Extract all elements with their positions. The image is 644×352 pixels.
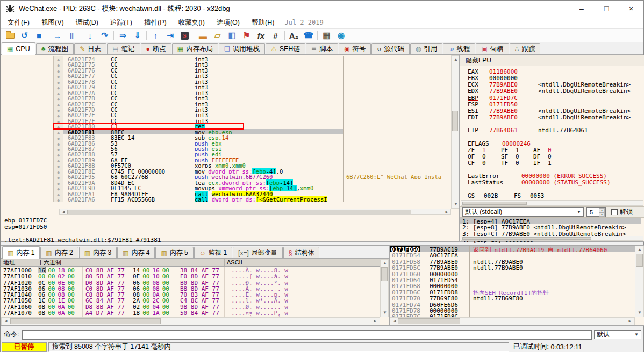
- menu-item[interactable]: 收藏夹(I): [173, 18, 211, 27]
- tab-breakpoints[interactable]: ●断点: [141, 43, 171, 54]
- tab-source[interactable]: ‹›源代码: [371, 43, 410, 54]
- stack-row[interactable]: 0171FD6000000000: [390, 271, 635, 277]
- disassembly-row[interactable]: ●6AD21F79CCint3: [1, 84, 451, 89]
- disassembly-row[interactable]: ●6AD21F8EC745 FC 00000000mov dword ptr s…: [1, 168, 451, 174]
- stack-row[interactable]: 0171FD7C0171FD8C: [390, 313, 635, 317]
- close-button[interactable]: ×: [619, 1, 643, 17]
- tab-dump4[interactable]: ▥内存 4: [117, 247, 155, 258]
- menu-item[interactable]: 调试(D): [70, 18, 104, 27]
- tab-watch1[interactable]: ☺监视 1: [194, 247, 232, 258]
- unlock-checkbox[interactable]: [611, 209, 618, 215]
- memory-row[interactable]: 77AF103006000800C0 8D AF 7706000800B8 8D…: [1, 285, 380, 291]
- scrollbar-thumb[interactable]: [636, 254, 643, 267]
- tab-memory-map[interactable]: ▦内存布局: [172, 43, 218, 54]
- argument-row[interactable]: 1: [esp+4] A0C17EEA: [460, 218, 641, 224]
- disassembly-row[interactable]: ●6AD21FA1E8 9A04D1FFcall wechatwin.6AA32…: [1, 191, 451, 196]
- scroll-up-arrow-icon[interactable]: ▲: [638, 248, 642, 252]
- tab-log[interactable]: ✎日志: [74, 43, 106, 54]
- memory-row[interactable]: 77AF106008000A00D8 8B AF 770200040098 8D…: [1, 304, 380, 310]
- assemble-button[interactable]: A₂: [287, 30, 301, 41]
- tab-threads[interactable]: ↠线程: [443, 43, 475, 54]
- disassembly-row[interactable]: ●6AD21F76CCint3: [1, 67, 451, 73]
- scroll-left-arrow-icon[interactable]: ◄: [61, 210, 66, 214]
- tab-trace[interactable]: ∴跟踪: [510, 43, 541, 54]
- run-to-user-code-button[interactable]: ⇓: [130, 30, 145, 41]
- tab-notes[interactable]: ▤笔记: [107, 43, 140, 54]
- disassembly-row[interactable]: ●6AD21F9568 60C2776Bpush wechatwin.6B77C…: [1, 174, 451, 179]
- tab-dump3[interactable]: ▥内存 3: [79, 247, 117, 258]
- scrollbar-thumb[interactable]: [452, 111, 458, 131]
- stack-vertical-scrollbar[interactable]: ▲ ▼: [635, 246, 644, 317]
- tab-seh[interactable]: ⚠SEH链: [266, 43, 305, 54]
- scroll-right-arrow-icon[interactable]: ►: [445, 210, 449, 214]
- scroll-left-arrow-icon[interactable]: ◄: [4, 319, 8, 324]
- function-button[interactable]: fx: [254, 30, 268, 41]
- memory-row[interactable]: 77AF107008000A00A4 D7 AF 7718001A0050 84…: [1, 310, 380, 315]
- stack-row[interactable]: 0171FD640171FD54: [390, 277, 635, 283]
- disassembly-row[interactable]: ●6AD21F9A8D4D EClea ecx,dword ptr ss:[eb…: [1, 179, 451, 185]
- stack-row[interactable]: 0171FD74D60FE6D6: [390, 301, 635, 307]
- stack-row[interactable]: 0171FD5877B9ABE0ntdll.77B9ABE0: [390, 258, 635, 264]
- label-button[interactable]: ◧: [225, 30, 239, 41]
- disassembly-row[interactable]: ●6AD21F77CCint3: [1, 73, 451, 78]
- menu-item[interactable]: 帮助(H): [246, 18, 280, 27]
- remote-debug-button[interactable]: ☎: [301, 30, 316, 41]
- stepper-up-icon[interactable]: ▲: [599, 208, 605, 212]
- stack-row[interactable]: 0171FD5077B9AC19返回到 ntdll.77B9AC19 自 ntd…: [390, 246, 635, 252]
- disassembly-row[interactable]: ●6AD21F80C3ret: [1, 123, 451, 128]
- close-debuggee-button[interactable]: ■: [32, 30, 46, 41]
- tab-cpu[interactable]: ▦CPU: [2, 42, 35, 55]
- stack-row[interactable]: 0171FD6C0171FDD8指向SEH_Record[1]的指针: [390, 289, 635, 295]
- disassembly-row[interactable]: ●6AD21F74CCint3: [1, 56, 451, 61]
- step-over-button[interactable]: ↷: [97, 30, 112, 41]
- disassembly-row[interactable]: ●6AD21F78CCint3: [1, 78, 451, 84]
- tab-dump2[interactable]: ▥内存 2: [40, 247, 78, 258]
- minimize-button[interactable]: –: [569, 1, 594, 17]
- memory-row[interactable]: 77AF104006000800C8 8D AF 7708000A0070 83…: [1, 291, 380, 297]
- memory-horizontal-scrollbar[interactable]: ◄ ►: [1, 317, 380, 325]
- tab-dump5[interactable]: ▥内存 5: [155, 247, 193, 258]
- scroll-down-arrow-icon[interactable]: ▼: [638, 311, 642, 315]
- disassembly-row[interactable]: ●6AD21F7ECCint3: [1, 112, 451, 117]
- patch-button[interactable]: ▬: [196, 30, 210, 41]
- stack-row[interactable]: 0171FD54A0C17EEA: [390, 252, 635, 258]
- stack-row[interactable]: 0171FD7077B69F80ntdll.77B69F80: [390, 295, 635, 301]
- tab-handles[interactable]: ▣句柄: [476, 43, 509, 54]
- disassembly-row[interactable]: ●6AD21F8857push edi: [1, 151, 451, 156]
- hide-fpu-button[interactable]: 隐藏FPU: [460, 55, 644, 66]
- disassembly-row[interactable]: ●6AD21F8B0F57C0xorps xmm0,xmm0: [1, 162, 451, 168]
- execute-till-return-button[interactable]: ⇒: [116, 30, 130, 41]
- snowman-button[interactable]: #: [268, 30, 283, 41]
- stack-horizontal-scrollbar[interactable]: ◄ ►: [390, 317, 635, 325]
- stepper-buttons[interactable]: ▲▼: [599, 208, 605, 216]
- disassembly-row[interactable]: ●6AD21F7ACCint3: [1, 90, 451, 95]
- memory-row[interactable]: 77AF10200C000E00D0 8D AF 7706000800B0 8D…: [1, 279, 380, 285]
- pause-button[interactable]: ‖: [65, 30, 79, 41]
- scrollbar-thumb[interactable]: [381, 267, 388, 281]
- menu-item[interactable]: 文件(F): [2, 18, 35, 27]
- maximize-button[interactable]: □: [594, 1, 619, 17]
- disassembly-row[interactable]: ●6AD21F9D0F1145 ECmovups xmmword ptr ss:…: [1, 185, 451, 190]
- calculator-button[interactable]: ▦: [319, 30, 334, 41]
- tab-references[interactable]: ◍引用: [410, 43, 442, 54]
- open-file-button[interactable]: [3, 30, 17, 41]
- memory-row[interactable]: 77AF10501C001E006C 84 AF 772A002C00C4 8C…: [1, 297, 380, 303]
- disasm-horizontal-scrollbar[interactable]: ◄ ►: [59, 209, 451, 215]
- scroll-up-arrow-icon[interactable]: ▲: [454, 58, 458, 62]
- memory-vertical-scrollbar[interactable]: ▲ ▼: [380, 259, 389, 317]
- scrollbar-thumb[interactable]: [462, 202, 527, 205]
- tab-struct[interactable]: §结构体: [283, 247, 320, 258]
- command-profile-select[interactable]: 默认 ▼: [594, 330, 641, 339]
- disassembly-row[interactable]: ●6AD21F75CCint3: [1, 61, 451, 67]
- disassembly-row[interactable]: ●6AD21F7CCCint3: [1, 101, 451, 106]
- disassembly-row[interactable]: ●6AD21F8383EC 14sub esp,14: [1, 134, 451, 140]
- arguments-horizontal-scrollbar[interactable]: [461, 236, 643, 241]
- tab-call-stack[interactable]: ❏调用堆栈: [219, 43, 265, 54]
- calling-convention-select[interactable]: 默认 (stdcall) ▼: [462, 207, 584, 217]
- tab-locals[interactable]: [x=]局部变量: [233, 247, 283, 258]
- internet-button[interactable]: ◉: [334, 30, 348, 41]
- scroll-down-arrow-icon[interactable]: ▼: [383, 311, 387, 315]
- scroll-left-arrow-icon[interactable]: ◄: [392, 319, 397, 324]
- stack-row[interactable]: 0171FD5C77B9ABE0ntdll.77B9ABE0: [390, 264, 635, 270]
- menu-item[interactable]: 视图(V): [35, 18, 70, 27]
